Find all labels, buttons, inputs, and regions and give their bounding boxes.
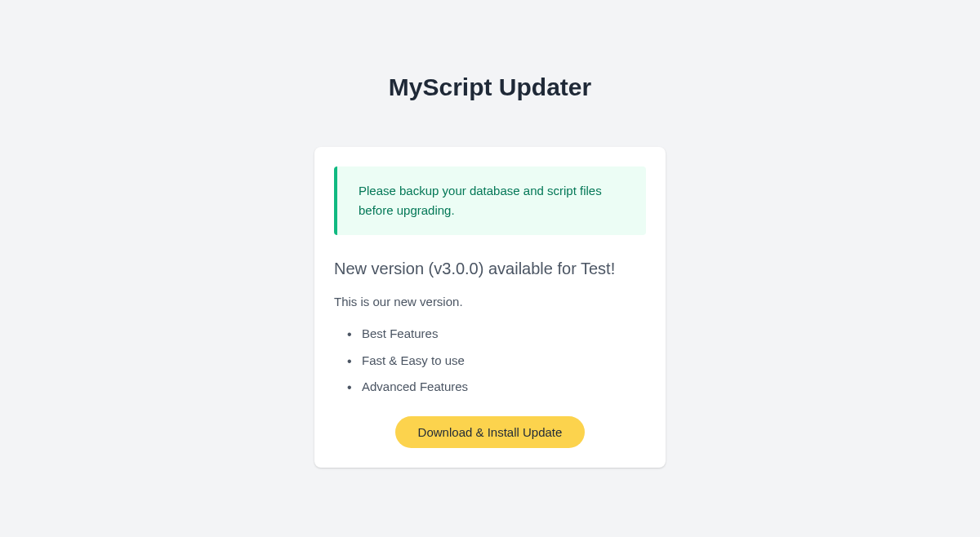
button-container: Download & Install Update [334,416,646,448]
version-heading: New version (v3.0.0) available for Test! [334,260,646,278]
version-description: This is our new version. [334,295,646,308]
alert-message: Please backup your database and script f… [359,181,633,220]
list-item: Fast & Easy to use [352,352,646,371]
download-install-button[interactable]: Download & Install Update [395,416,586,448]
update-card: Please backup your database and script f… [314,147,666,468]
page-title: MyScript Updater [314,73,666,101]
features-list: Best Features Fast & Easy to use Advance… [334,325,646,397]
backup-alert: Please backup your database and script f… [334,166,646,235]
list-item: Advanced Features [352,378,646,397]
list-item: Best Features [352,325,646,344]
